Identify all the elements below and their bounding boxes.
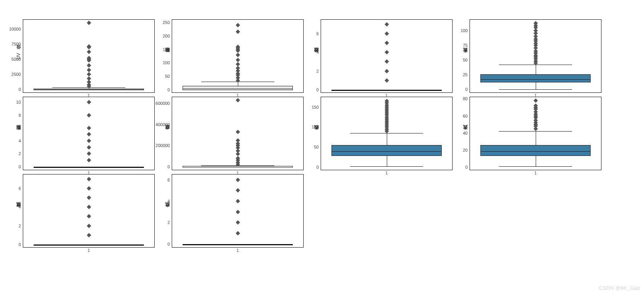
y-tick-label: 2500 (12, 72, 21, 77)
outlier-marker (236, 58, 240, 62)
outlier-marker (87, 132, 91, 137)
box-plot: 02468101 (23, 97, 155, 170)
y-tick-label: 600000 (155, 101, 170, 106)
chart-cell: 离开人数02550751001 (462, 19, 601, 93)
median-line (34, 245, 143, 245)
y-tick-label: 0 (167, 87, 170, 92)
outlier-marker (87, 205, 91, 209)
y-tick-label: 7500 (12, 42, 21, 46)
outlier-marker (87, 72, 91, 76)
box-plot: 02550751001 (470, 19, 601, 93)
y-tick-label: 0 (465, 165, 468, 169)
outlier-marker (384, 22, 389, 26)
y-tick-label: 0 (167, 164, 170, 169)
box-body (480, 145, 591, 156)
whisker-cap-high (499, 131, 572, 132)
y-tick-label: 60 (463, 114, 468, 118)
outlier-marker (384, 78, 389, 82)
outlier-marker (87, 63, 91, 67)
median-line (481, 79, 590, 80)
chart-cell: 新加团人数02468101 (15, 97, 155, 170)
box-plot: 0501001502002501 (172, 19, 304, 93)
empty-cell (313, 174, 453, 248)
outlier-marker (87, 113, 91, 117)
chart-cell: 成交人数02461 (164, 174, 304, 248)
outlier-marker (87, 126, 91, 130)
box-plot: 0501001501 (321, 97, 453, 170)
y-tick-label: 4 (19, 205, 21, 209)
outlier-marker (236, 98, 240, 103)
box-body (34, 89, 144, 90)
y-tick-label: 80 (463, 96, 468, 101)
chart-cell: 新增评论数0501001502002501 (164, 19, 304, 93)
y-tick-label: 100 (461, 28, 468, 33)
chart-cell: UV价值0250050007500100001 (15, 19, 155, 93)
y-tick-label: 40 (463, 131, 468, 135)
y-tick-label: 0 (316, 87, 319, 92)
y-tick-label: 4 (316, 50, 319, 55)
y-tick-label: 2 (316, 69, 319, 74)
y-tick-label: 4 (19, 138, 21, 143)
y-tick-label: 0 (19, 242, 21, 247)
outlier-marker (236, 199, 240, 203)
median-line (332, 151, 441, 152)
y-tick-label: 150 (312, 105, 319, 109)
outlier-marker (384, 41, 389, 45)
y-tick-label: 6 (19, 126, 21, 130)
outlier-marker (236, 130, 240, 134)
outlier-marker (87, 138, 91, 143)
outlier-marker (87, 177, 91, 181)
y-tick-label: 200 (163, 34, 170, 38)
outlier-marker (87, 100, 91, 104)
chart-grid: UV价值0250050007500100001新增评论数050100150200… (0, 0, 628, 263)
watermark: CSDN @Mr_Gao (599, 285, 640, 291)
median-line (183, 167, 292, 168)
median-line (183, 244, 292, 245)
box-plot: 0204060801 (470, 97, 601, 170)
outlier-marker (236, 231, 240, 235)
y-tick-label: 2 (167, 220, 170, 225)
y-tick-label: 250 (163, 20, 170, 25)
outlier-marker (236, 210, 240, 214)
outlier-marker (236, 62, 240, 66)
whisker-cap-low (499, 166, 572, 167)
outlier-marker (87, 50, 91, 54)
box-plot: 02461 (321, 19, 453, 93)
outlier-marker (236, 53, 240, 57)
outlier-marker (384, 50, 389, 55)
y-tick-label: 0 (316, 165, 319, 169)
whisker-cap-low (499, 89, 572, 90)
median-line (481, 151, 590, 152)
outlier-marker (87, 214, 91, 219)
y-tick-label: 20 (463, 148, 468, 152)
outlier-marker (384, 69, 389, 73)
empty-cell (462, 174, 601, 248)
y-tick-label: 100 (312, 125, 319, 129)
y-tick-label: 0 (167, 242, 170, 246)
box-body (183, 86, 293, 90)
box-body (183, 244, 293, 245)
y-tick-label: 4 (167, 199, 170, 203)
whisker-cap-low (350, 166, 424, 167)
box-body (34, 244, 144, 246)
box-body (331, 145, 442, 156)
y-tick-label: 10000 (9, 27, 21, 31)
outlier-marker (87, 145, 91, 149)
outlier-marker (87, 76, 91, 80)
y-tick-label: 6 (316, 31, 319, 36)
outlier-marker (87, 158, 91, 162)
y-tick-label: 0 (19, 164, 21, 169)
y-tick-label: 6 (167, 178, 170, 182)
outlier-marker (236, 220, 240, 225)
median-line (34, 89, 143, 90)
x-tick-label: 1 (87, 248, 90, 253)
outlier-marker (236, 188, 240, 193)
chart-cell: 成交金额02000004000006000001 (164, 97, 304, 170)
outlier-marker (87, 152, 91, 156)
chart-cell: 在线人数0501001501 (313, 97, 453, 170)
y-tick-label: 0 (19, 87, 21, 92)
box-plot: 02461 (23, 174, 155, 248)
outlier-marker (236, 23, 240, 27)
outlier-marker (87, 68, 91, 72)
box-plot: 02000004000006000001 (172, 97, 304, 170)
